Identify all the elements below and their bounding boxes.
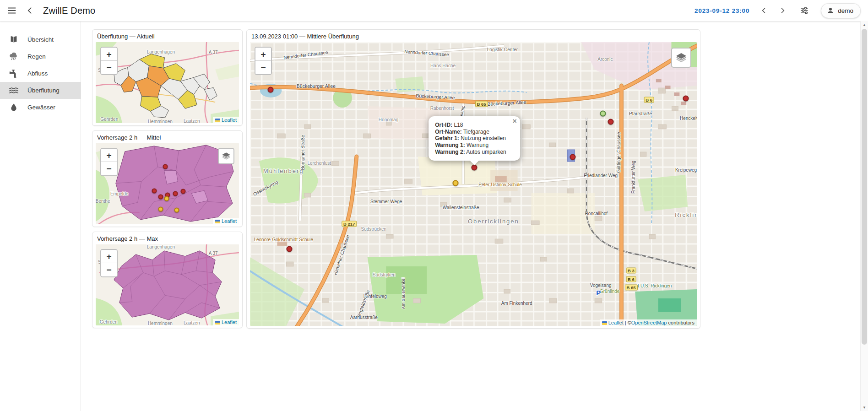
scrollbar-thumb[interactable] <box>862 29 867 345</box>
popup-row: Ort-Name: Tiefgarage <box>435 129 506 135</box>
popup-row-value: Warnung <box>467 142 488 148</box>
zoom-out-button[interactable]: − <box>101 61 117 74</box>
zoom-control: + − <box>100 249 118 277</box>
ukraine-flag-icon <box>215 220 220 223</box>
settings-tune-button[interactable] <box>795 1 814 20</box>
leaflet-attribution-link[interactable]: Leaflet <box>222 319 237 325</box>
map-marker-red[interactable] <box>158 194 163 199</box>
waves-icon <box>9 86 19 96</box>
layers-control-button[interactable] <box>218 148 234 164</box>
card-vorhersage-mittel: Vorhersage 2 h — Mittel <box>92 130 243 227</box>
rain-icon <box>9 52 19 62</box>
map-marker-yellow[interactable] <box>452 180 458 186</box>
sidebar-item-gewaesser[interactable]: Gewässer <box>0 99 81 116</box>
popup-row-value: L18 <box>454 122 463 128</box>
zoom-out-button[interactable]: − <box>101 263 117 276</box>
mini-map-vorhersage-max[interactable]: + − Leaflet LangenhagenA 37SeelzeGehrden… <box>96 244 239 325</box>
map-marker-red[interactable] <box>267 87 273 93</box>
popup-row-label: Warnung 1: <box>435 142 465 148</box>
scrollbar-up-arrow[interactable]: ▲ <box>861 21 868 28</box>
zoom-in-button[interactable]: + <box>255 48 271 61</box>
sidebar-item-label: Überflutung <box>27 87 60 94</box>
prev-timestep-button[interactable] <box>755 1 773 20</box>
back-button[interactable] <box>21 1 39 20</box>
menu-button[interactable] <box>3 1 21 20</box>
main-map-title: 13.09.2023 01:00 — Mittlere Überflutung <box>247 30 700 42</box>
map-attribution: Leaflet <box>213 117 239 123</box>
map-marker-red[interactable] <box>173 191 178 196</box>
sidebar: Übersicht Regen Abfluss Überflutung Gewä… <box>0 21 81 411</box>
sidebar-item-label: Abfluss <box>27 70 48 77</box>
zoom-in-button[interactable]: + <box>101 48 117 61</box>
map-popup: × Ort-ID: L18 Ort-Name: Tiefgarage Gefah… <box>429 116 520 161</box>
map-marker-red[interactable] <box>471 165 477 171</box>
popup-row: Warnung 1: Warnung <box>435 142 506 149</box>
map-marker-yellow[interactable] <box>174 208 179 213</box>
sidebar-item-uebersicht[interactable]: Übersicht <box>0 31 81 48</box>
map-attribution: Leaflet | ©OpenStreetMap contributors <box>600 319 697 326</box>
mini-map-vorhersage-mittel[interactable]: + − Leaflet BentheEmpelde <box>96 143 239 224</box>
sidebar-item-label: Regen <box>27 53 46 60</box>
user-menu-button[interactable]: demo <box>821 3 861 18</box>
map-marker-red[interactable] <box>683 95 689 101</box>
map-marker-yellow[interactable] <box>158 207 163 212</box>
layers-icon <box>675 52 687 64</box>
popup-row-label: Ort-ID: <box>435 122 452 128</box>
map-marker-red[interactable] <box>608 119 613 125</box>
map-marker-red[interactable] <box>180 189 185 194</box>
popup-close-button[interactable]: × <box>512 118 516 125</box>
app-bar: ZwillE Demo 2023-09-12 23:00 <box>0 0 868 22</box>
zoom-in-button[interactable]: + <box>101 250 117 263</box>
sidebar-item-label: Gewässer <box>27 104 55 111</box>
tune-icon <box>800 6 809 15</box>
popup-row-label: Gefahr 1: <box>435 135 459 141</box>
map-attribution: Leaflet <box>213 319 239 325</box>
popup-row-value: Autos umparken <box>466 148 506 155</box>
sidebar-item-ueberflutung[interactable]: Überflutung <box>0 82 81 99</box>
attribution-copyright: © <box>628 320 631 325</box>
book-icon <box>9 35 19 45</box>
popup-row: Warnung 2: Autos umparken <box>435 148 506 155</box>
zoom-in-button[interactable]: + <box>101 149 117 162</box>
leaflet-attribution-link[interactable]: Leaflet <box>222 117 237 123</box>
map-attribution: Leaflet <box>213 218 239 224</box>
sidebar-item-regen[interactable]: Regen <box>0 48 81 65</box>
card-title: Überflutung — Aktuell <box>92 30 242 42</box>
popup-row-value: Tiefgarage <box>463 129 489 135</box>
card-main-map: 13.09.2023 01:00 — Mittlere Überflutung <box>246 29 700 329</box>
main-map[interactable]: + − × Ort-ID: L18 Ort-Name: Tiefgarage G… <box>250 42 697 326</box>
layers-control-button[interactable] <box>671 48 691 68</box>
datetime-button[interactable]: 2023-09-12 23:00 <box>689 7 755 14</box>
map-marker-red[interactable] <box>152 189 157 194</box>
attribution-separator: | <box>625 320 626 325</box>
map-marker-red[interactable] <box>570 154 575 160</box>
card-title: Vorhersage 2 h — Max <box>92 232 242 244</box>
map-marker-red[interactable] <box>286 246 292 252</box>
map-marker-red[interactable] <box>163 164 168 169</box>
scrollbar-down-arrow[interactable]: ▼ <box>861 404 868 411</box>
water-drop-icon <box>9 103 19 113</box>
zoom-control: + − <box>255 47 272 75</box>
zoom-out-button[interactable]: − <box>101 162 117 175</box>
osm-attribution-link[interactable]: OpenStreetMap <box>631 320 667 325</box>
person-icon <box>826 6 835 15</box>
sidebar-item-abfluss[interactable]: Abfluss <box>0 65 81 82</box>
leaflet-attribution-link[interactable]: Leaflet <box>608 320 624 325</box>
popup-row: Gefahr 1: Nutzung einstellen <box>435 135 506 142</box>
chevron-right-icon <box>778 6 787 15</box>
map-marker-yellow[interactable] <box>164 196 169 201</box>
mini-map-aktuell[interactable]: + − Leaflet LangenhagenA 37SeelzeGehrden… <box>96 42 239 123</box>
card-ueberflutung-aktuell: Überflutung — Aktuell <box>92 29 243 126</box>
zoom-out-button[interactable]: − <box>255 61 271 74</box>
popup-row: Ort-ID: L18 <box>435 122 506 129</box>
page-scrollbar[interactable]: ▲ ▼ <box>860 21 868 411</box>
user-label: demo <box>838 7 853 14</box>
next-timestep-button[interactable] <box>773 1 792 20</box>
card-vorhersage-max: Vorhersage 2 h — Max <box>92 232 243 328</box>
chevron-left-icon <box>25 5 35 16</box>
leaflet-attribution-link[interactable]: Leaflet <box>222 218 237 224</box>
ukraine-flag-icon <box>215 119 220 122</box>
card-title: Vorhersage 2 h — Mittel <box>92 131 242 143</box>
hamburger-icon <box>7 5 17 16</box>
map-marker-green[interactable] <box>600 111 606 117</box>
